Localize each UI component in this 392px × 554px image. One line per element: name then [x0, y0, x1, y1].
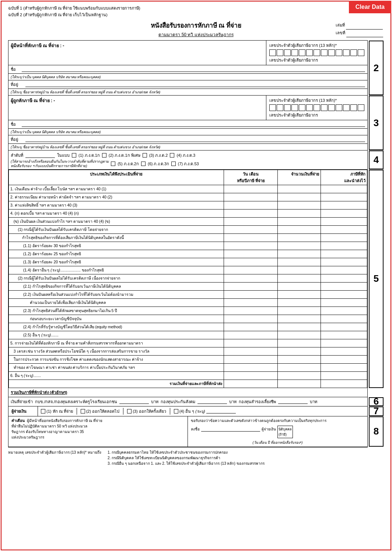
- id-box[interactable]: [306, 49, 313, 56]
- clear-data-button[interactable]: Clear Data: [349, 1, 391, 13]
- id-box[interactable]: [321, 49, 328, 56]
- id-box[interactable]: [306, 104, 313, 111]
- income-amount-4b1[interactable]: [277, 225, 321, 233]
- income-amount-2-1a[interactable]: [277, 282, 321, 290]
- id-box[interactable]: [343, 49, 350, 56]
- income-amount-2-3[interactable]: [277, 307, 321, 315]
- income-amount-1-1[interactable]: [277, 242, 321, 250]
- payer-opt-checkbox-1[interactable]: [41, 409, 45, 413]
- income-date-2-3b[interactable]: [224, 315, 277, 323]
- payee-name-input[interactable]: [22, 122, 365, 127]
- income-tax-4b1-note[interactable]: [321, 233, 367, 242]
- income-tax-1-2[interactable]: [321, 250, 367, 258]
- lamdap-input[interactable]: [25, 153, 55, 158]
- income-date-4b1[interactable]: [224, 225, 277, 233]
- income-amount-2[interactable]: [277, 193, 321, 201]
- id-box[interactable]: [314, 49, 320, 56]
- income-tax-5b[interactable]: [321, 347, 367, 355]
- income-tax-2-2b[interactable]: [321, 298, 367, 307]
- income-date-1-4[interactable]: [224, 266, 277, 274]
- id-box[interactable]: [291, 104, 298, 111]
- income-amount-3[interactable]: [277, 201, 321, 209]
- income-tax-5d[interactable]: [321, 363, 367, 371]
- income-tax-2-1[interactable]: [321, 274, 367, 282]
- income-tax-2-4[interactable]: [321, 323, 367, 331]
- income-date-1-2[interactable]: [224, 250, 277, 258]
- form-checkbox-7[interactable]: [171, 162, 176, 166]
- id-box[interactable]: [314, 104, 320, 111]
- payer-opt-checkbox-4[interactable]: [174, 409, 178, 413]
- income-date-5b[interactable]: [224, 347, 277, 355]
- doc-num-value2[interactable]: [346, 30, 383, 37]
- income-date-4a[interactable]: [224, 209, 277, 217]
- id-box[interactable]: [328, 49, 335, 56]
- income-amount-5b[interactable]: [277, 347, 321, 355]
- income-tax-2-5[interactable]: [321, 331, 367, 339]
- payee-address-input[interactable]: [25, 137, 365, 142]
- income-amount-2-4[interactable]: [277, 323, 321, 331]
- income-date-2-1a[interactable]: [224, 282, 277, 290]
- income-amount-4a[interactable]: [277, 209, 321, 217]
- income-amount-6[interactable]: [277, 371, 321, 380]
- income-date-3[interactable]: [224, 201, 277, 209]
- income-amount-2-2b[interactable]: [277, 298, 321, 307]
- sign-input[interactable]: [201, 427, 260, 432]
- form-checkbox-4[interactable]: [170, 153, 174, 157]
- income-amount-1-3[interactable]: [277, 258, 321, 266]
- income-tax-1-1[interactable]: [321, 242, 367, 250]
- id-box[interactable]: [358, 49, 364, 56]
- income-date-2-1[interactable]: [224, 274, 277, 282]
- income-tax-2-3b[interactable]: [321, 315, 367, 323]
- payer-opt-checkbox-2[interactable]: [81, 409, 85, 413]
- form-checkbox-6[interactable]: [141, 162, 146, 166]
- income-date-1[interactable]: [224, 185, 277, 193]
- income-tax-1-4[interactable]: [321, 266, 367, 274]
- form-checkbox-1[interactable]: [72, 153, 76, 157]
- income-tax-6[interactable]: [321, 371, 367, 380]
- income-date-2[interactable]: [224, 193, 277, 201]
- id-box[interactable]: [328, 104, 335, 111]
- id-box[interactable]: [269, 104, 276, 111]
- income-date-2-5[interactable]: [224, 331, 277, 339]
- id-box[interactable]: [269, 49, 276, 56]
- id-box[interactable]: [299, 49, 305, 56]
- income-tax-1-3[interactable]: [321, 258, 367, 266]
- insurance-amount-input[interactable]: [197, 399, 227, 404]
- income-date-4b[interactable]: [224, 217, 277, 225]
- income-tax-2-3[interactable]: [321, 307, 367, 315]
- payer-name-input[interactable]: [22, 67, 365, 72]
- income-date-5c[interactable]: [224, 355, 277, 363]
- income-tax-2[interactable]: [321, 193, 367, 201]
- id-box[interactable]: [284, 49, 291, 56]
- income-date-5d[interactable]: [224, 363, 277, 371]
- income-date-1-3[interactable]: [224, 258, 277, 266]
- income-date-4b1-note[interactable]: [224, 233, 277, 242]
- form-checkbox-2[interactable]: [102, 153, 106, 157]
- id-box[interactable]: [350, 104, 357, 111]
- id-box[interactable]: [277, 49, 283, 56]
- id-box[interactable]: [299, 104, 305, 111]
- form-checkbox-5[interactable]: [111, 162, 115, 166]
- income-date-2-2b[interactable]: [224, 298, 277, 307]
- payer-opt-checkbox-3[interactable]: [127, 409, 132, 413]
- id-box[interactable]: [321, 104, 328, 111]
- income-tax-4a[interactable]: [321, 209, 367, 217]
- income-tax-1[interactable]: [321, 185, 367, 193]
- id-box[interactable]: [284, 104, 291, 111]
- income-tax-2-2[interactable]: [321, 290, 367, 298]
- income-tax-4b[interactable]: [321, 217, 367, 225]
- income-tax-5c[interactable]: [321, 355, 367, 363]
- income-date-2-2[interactable]: [224, 290, 277, 298]
- income-amount-5c[interactable]: [277, 355, 321, 363]
- income-date-2-3[interactable]: [224, 307, 277, 315]
- id-box[interactable]: [350, 49, 357, 56]
- income-tax-3[interactable]: [321, 201, 367, 209]
- income-amount-4b1-note[interactable]: [277, 233, 321, 242]
- income-tax-4b1[interactable]: [321, 225, 367, 233]
- id-box[interactable]: [336, 104, 342, 111]
- income-amount-4b[interactable]: [277, 217, 321, 225]
- form-checkbox-3[interactable]: [143, 153, 147, 157]
- id-box[interactable]: [358, 104, 364, 111]
- id-box[interactable]: [291, 49, 298, 56]
- id-box[interactable]: [277, 104, 283, 111]
